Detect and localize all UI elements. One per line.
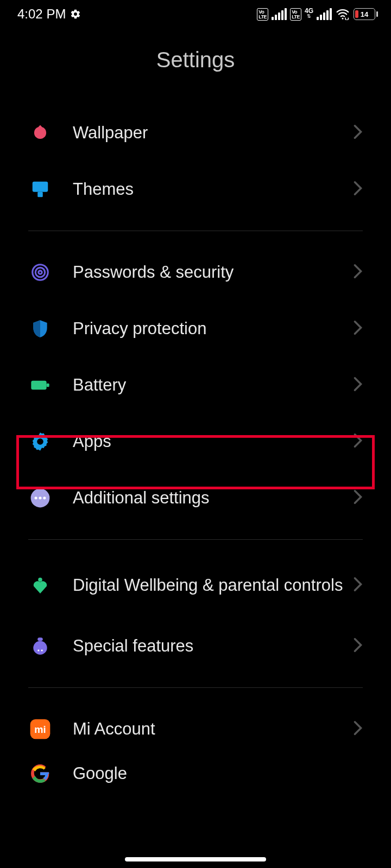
svg-rect-7 bbox=[47, 384, 49, 387]
settings-item-google[interactable]: Google bbox=[0, 757, 391, 790]
shield-icon bbox=[28, 317, 52, 341]
svg-point-12 bbox=[43, 496, 46, 499]
chevron-right-icon bbox=[353, 320, 363, 337]
settings-item-label: Mi Account bbox=[73, 719, 353, 739]
wallpaper-icon bbox=[28, 121, 52, 145]
svg-rect-6 bbox=[31, 381, 46, 390]
settings-item-mi-account[interactable]: mi Mi Account bbox=[0, 701, 391, 757]
settings-item-label: Privacy protection bbox=[73, 318, 353, 339]
svg-text:mi: mi bbox=[34, 724, 46, 735]
settings-item-label: Additional settings bbox=[73, 488, 353, 508]
status-time: 4:02 PM bbox=[17, 7, 66, 22]
battery-icon: 14 bbox=[354, 8, 378, 20]
settings-list: Wallpaper Themes Passwords & security Pr… bbox=[0, 105, 391, 790]
volte-icon: VoLTE bbox=[290, 8, 301, 20]
chevron-right-icon bbox=[353, 264, 363, 281]
battery-icon bbox=[28, 373, 52, 397]
mi-icon: mi bbox=[28, 717, 52, 741]
settings-item-wallpaper[interactable]: Wallpaper bbox=[0, 105, 391, 161]
svg-point-4 bbox=[35, 267, 45, 277]
svg-point-5 bbox=[39, 271, 42, 274]
svg-rect-1 bbox=[33, 182, 48, 192]
svg-point-0 bbox=[342, 18, 344, 20]
settings-item-privacy[interactable]: Privacy protection bbox=[0, 301, 391, 357]
wellbeing-icon bbox=[28, 573, 52, 597]
settings-item-passwords[interactable]: Passwords & security bbox=[0, 244, 391, 301]
settings-item-battery[interactable]: Battery bbox=[0, 357, 391, 413]
status-left: 4:02 PM bbox=[17, 7, 81, 22]
gear-icon bbox=[70, 9, 81, 20]
settings-item-label: Digital Wellbeing & parental controls bbox=[73, 575, 353, 595]
chevron-right-icon bbox=[353, 124, 363, 142]
volte-icon: VoLTE bbox=[257, 8, 268, 20]
chevron-right-icon bbox=[353, 720, 363, 738]
settings-item-additional[interactable]: Additional settings bbox=[0, 470, 391, 526]
settings-item-label: Themes bbox=[73, 179, 353, 199]
chevron-right-icon bbox=[353, 637, 363, 655]
settings-item-label: Battery bbox=[73, 375, 353, 395]
svg-point-16 bbox=[37, 649, 39, 651]
status-bar: 4:02 PM VoLTE VoLTE 4G ⇅ 14 bbox=[0, 0, 391, 28]
divider bbox=[28, 539, 363, 540]
svg-point-8 bbox=[37, 438, 43, 445]
divider bbox=[28, 231, 363, 231]
special-features-icon bbox=[28, 634, 52, 658]
svg-rect-14 bbox=[37, 637, 43, 641]
svg-rect-2 bbox=[37, 192, 43, 197]
chevron-right-icon bbox=[353, 489, 363, 507]
settings-item-label: Apps bbox=[73, 431, 353, 451]
home-indicator[interactable] bbox=[125, 857, 266, 861]
more-icon bbox=[28, 486, 52, 510]
settings-item-label: Special features bbox=[73, 636, 353, 656]
chevron-right-icon bbox=[353, 181, 363, 198]
svg-point-13 bbox=[38, 578, 42, 582]
settings-item-apps[interactable]: Apps bbox=[0, 413, 391, 470]
svg-point-11 bbox=[39, 496, 41, 499]
svg-point-17 bbox=[41, 649, 43, 651]
signal-icon bbox=[317, 8, 332, 20]
network-icon: 4G ⇅ bbox=[305, 8, 313, 20]
themes-icon bbox=[28, 177, 52, 201]
settings-item-label: Passwords & security bbox=[73, 262, 353, 282]
settings-item-themes[interactable]: Themes bbox=[0, 161, 391, 218]
signal-icon bbox=[272, 8, 287, 20]
settings-item-label: Google bbox=[73, 763, 363, 783]
page-title: Settings bbox=[0, 48, 391, 72]
chevron-right-icon bbox=[353, 376, 363, 394]
google-icon bbox=[28, 762, 52, 786]
svg-point-10 bbox=[35, 496, 37, 499]
divider bbox=[28, 687, 363, 688]
svg-point-15 bbox=[33, 641, 47, 655]
status-right: VoLTE VoLTE 4G ⇅ 14 bbox=[257, 8, 378, 20]
settings-item-special[interactable]: Special features bbox=[0, 618, 391, 674]
wifi-icon bbox=[335, 8, 350, 20]
fingerprint-icon bbox=[28, 260, 52, 284]
chevron-right-icon bbox=[353, 577, 363, 594]
apps-gear-icon bbox=[28, 430, 52, 454]
settings-item-label: Wallpaper bbox=[73, 123, 353, 143]
chevron-right-icon bbox=[353, 433, 363, 450]
settings-item-wellbeing[interactable]: Digital Wellbeing & parental controls bbox=[0, 553, 391, 618]
